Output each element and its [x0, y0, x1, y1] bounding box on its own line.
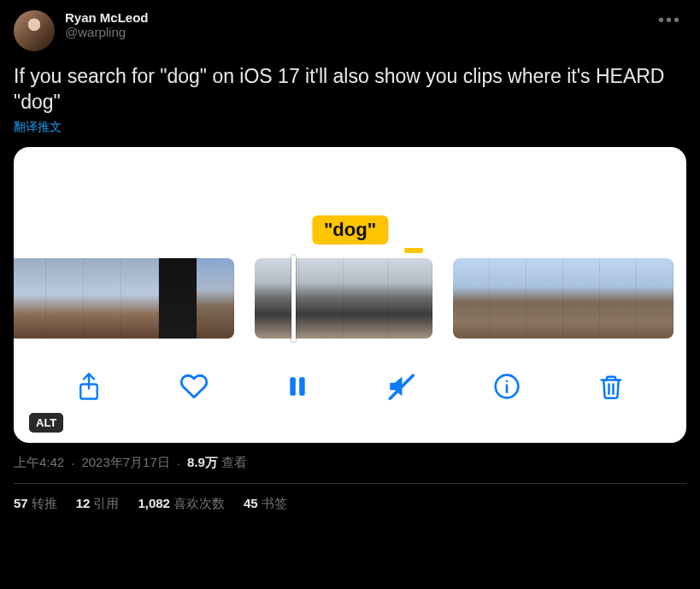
clip-thumb	[600, 258, 637, 339]
quotes-count: 12	[76, 496, 91, 510]
retweets-count: 57	[14, 496, 28, 510]
retweets-stat[interactable]: 57转推	[14, 496, 57, 512]
bookmarks-label: 书签	[262, 496, 287, 510]
clip-thumb	[14, 258, 46, 339]
media-controls	[14, 361, 686, 412]
clip-thumb	[388, 258, 432, 339]
author-block[interactable]: Ryan McLeod @warpling	[65, 10, 149, 39]
divider	[14, 483, 686, 484]
thumbnail-strip[interactable]	[14, 258, 686, 339]
caption-marker	[404, 248, 423, 253]
translate-link[interactable]: 翻译推文	[14, 120, 686, 135]
views-count[interactable]: 8.9万	[187, 455, 218, 471]
tweet-header: Ryan McLeod @warpling •••	[14, 10, 686, 51]
clip-group[interactable]	[255, 258, 432, 339]
more-menu-icon[interactable]: •••	[653, 10, 686, 30]
trash-icon[interactable]	[598, 372, 624, 401]
caption-bubble: "dog"	[312, 215, 388, 244]
quotes-label: 引用	[93, 496, 119, 510]
svg-rect-2	[299, 377, 305, 396]
svg-point-6	[505, 380, 508, 383]
post-time[interactable]: 上午4:42	[14, 455, 64, 471]
tweet-text: If you search for "dog" on iOS 17 it'll …	[14, 63, 686, 115]
stats-row: 57转推 12引用 1,082喜欢次数 45书签	[14, 496, 686, 512]
clip-thumb	[197, 258, 234, 339]
views-label: 查看	[221, 455, 247, 471]
clip-thumb	[159, 258, 197, 339]
clip-thumb	[46, 258, 84, 339]
bookmarks-stat[interactable]: 45书签	[244, 496, 287, 512]
display-name: Ryan McLeod	[65, 10, 149, 25]
playhead[interactable]	[291, 255, 296, 342]
retweets-label: 转推	[32, 496, 57, 510]
clip-thumb	[299, 258, 344, 339]
clip-thumb	[344, 258, 388, 339]
clip-thumb	[526, 258, 563, 339]
separator-dot	[68, 456, 78, 470]
media-card[interactable]: "dog"	[14, 147, 686, 443]
clip-thumb	[453, 258, 490, 339]
bookmarks-count: 45	[244, 496, 258, 510]
likes-stat[interactable]: 1,082喜欢次数	[138, 496, 225, 512]
clip-thumb	[637, 258, 674, 339]
share-icon[interactable]	[76, 372, 102, 401]
info-icon[interactable]	[493, 373, 521, 400]
meta-row: 上午4:42 2023年7月17日 8.9万 查看	[14, 455, 686, 471]
mute-icon[interactable]	[386, 372, 415, 401]
pause-icon[interactable]	[286, 373, 309, 400]
heart-icon[interactable]	[179, 372, 209, 401]
avatar[interactable]	[14, 10, 55, 51]
clip-group[interactable]	[14, 258, 234, 339]
alt-badge[interactable]: ALT	[29, 413, 63, 433]
clip-thumb	[84, 258, 121, 339]
clip-thumb	[490, 258, 526, 339]
clip-thumb	[563, 258, 600, 339]
quotes-stat[interactable]: 12引用	[76, 496, 120, 512]
handle: @warpling	[65, 25, 149, 39]
separator-dot	[174, 456, 184, 470]
likes-label: 喜欢次数	[174, 496, 225, 510]
svg-rect-1	[290, 377, 296, 396]
post-date[interactable]: 2023年7月17日	[81, 455, 169, 471]
clip-group[interactable]	[453, 258, 674, 339]
likes-count: 1,082	[138, 496, 170, 510]
clip-thumb	[121, 258, 159, 339]
